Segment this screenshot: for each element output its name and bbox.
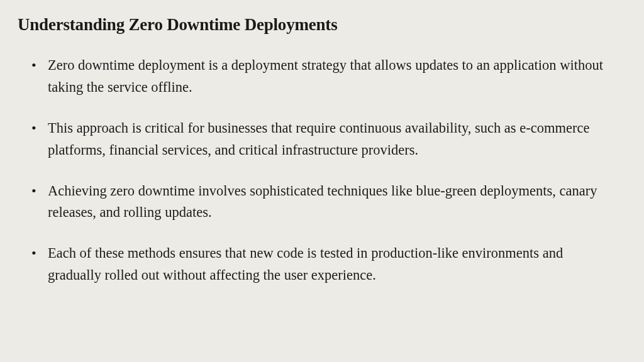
list-item: Achieving zero downtime involves sophist… [48, 180, 626, 224]
page-title: Understanding Zero Downtime Deployments [18, 15, 626, 35]
list-item: Each of these methods ensures that new c… [48, 243, 626, 287]
list-item: This approach is critical for businesses… [48, 118, 626, 162]
bullet-list: Zero downtime deployment is a deployment… [18, 55, 626, 287]
list-item: Zero downtime deployment is a deployment… [48, 55, 626, 99]
